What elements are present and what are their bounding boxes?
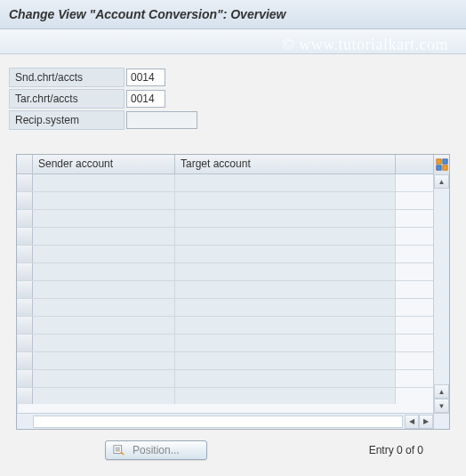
position-button-label: Position... bbox=[133, 444, 180, 456]
table-row bbox=[17, 299, 449, 317]
form-row-recip: Recip.system bbox=[9, 110, 457, 130]
cell-target[interactable] bbox=[175, 299, 396, 316]
row-selector[interactable] bbox=[17, 281, 33, 298]
cell-sender[interactable] bbox=[33, 299, 175, 316]
table-config-icon bbox=[436, 158, 448, 171]
form-area: Snd.chrt/accts Tar.chrt/accts Recip.syst… bbox=[0, 54, 466, 145]
scroll-corner bbox=[433, 413, 449, 429]
cell-sender[interactable] bbox=[33, 370, 175, 387]
cell-sender[interactable] bbox=[33, 210, 175, 227]
svg-rect-2 bbox=[436, 165, 440, 170]
row-selector[interactable] bbox=[17, 370, 33, 387]
table-row bbox=[17, 388, 449, 404]
row-selector[interactable] bbox=[17, 228, 33, 245]
row-selector[interactable] bbox=[17, 246, 33, 262]
svg-rect-1 bbox=[442, 159, 446, 164]
cell-sender[interactable] bbox=[33, 174, 175, 191]
table-row bbox=[17, 370, 449, 388]
table-row bbox=[17, 281, 449, 299]
tar-chrt-input[interactable] bbox=[126, 90, 165, 108]
row-selector-header[interactable] bbox=[17, 155, 33, 173]
row-selector[interactable] bbox=[17, 352, 33, 369]
svg-rect-3 bbox=[442, 165, 446, 170]
table-header-row: Sender account Target account bbox=[17, 155, 449, 174]
table-row bbox=[17, 352, 449, 370]
table-row bbox=[17, 246, 449, 263]
cell-target[interactable] bbox=[175, 370, 396, 387]
horizontal-scrollbar[interactable]: ◀ ▶ bbox=[17, 413, 433, 429]
col-header-sender[interactable]: Sender account bbox=[33, 155, 175, 173]
cell-target[interactable] bbox=[175, 352, 396, 369]
scroll-right-button[interactable]: ▶ bbox=[419, 415, 433, 429]
data-table: Sender account Target account ▲ ▲ ▼ ◀ ▶ bbox=[16, 154, 450, 430]
form-row-snd: Snd.chrt/accts bbox=[9, 68, 457, 87]
position-icon bbox=[113, 444, 125, 456]
snd-chrt-input[interactable] bbox=[126, 69, 165, 86]
cell-sender[interactable] bbox=[33, 317, 175, 334]
table-row bbox=[17, 192, 449, 210]
table-config-button[interactable] bbox=[433, 155, 449, 174]
cell-sender[interactable] bbox=[33, 352, 175, 369]
footer-row: Position... Entry 0 of 0 bbox=[0, 430, 466, 471]
table-row bbox=[17, 210, 449, 228]
form-row-tar: Tar.chrt/accts bbox=[9, 89, 457, 109]
table-row bbox=[17, 335, 449, 352]
scroll-down-button[interactable]: ▼ bbox=[434, 399, 449, 413]
cell-target[interactable] bbox=[175, 317, 396, 334]
row-selector[interactable] bbox=[17, 192, 33, 209]
table-row bbox=[17, 317, 449, 335]
svg-rect-0 bbox=[436, 159, 440, 164]
cell-sender[interactable] bbox=[33, 228, 175, 245]
row-selector[interactable] bbox=[17, 388, 33, 404]
table-body bbox=[17, 174, 449, 404]
cell-target[interactable] bbox=[175, 210, 396, 227]
cell-target[interactable] bbox=[175, 192, 396, 209]
row-selector[interactable] bbox=[17, 210, 33, 227]
table-row bbox=[17, 263, 449, 281]
position-button[interactable]: Position... bbox=[105, 440, 207, 460]
hscroll-track[interactable] bbox=[33, 415, 403, 428]
cell-target[interactable] bbox=[175, 281, 396, 298]
vertical-scrollbar[interactable]: ▲ ▲ ▼ bbox=[433, 174, 449, 413]
recip-system-input[interactable] bbox=[126, 111, 197, 129]
cell-sender[interactable] bbox=[33, 246, 175, 262]
cell-sender[interactable] bbox=[33, 281, 175, 298]
row-selector[interactable] bbox=[17, 317, 33, 334]
row-selector[interactable] bbox=[17, 263, 33, 280]
row-selector[interactable] bbox=[17, 174, 33, 191]
tar-chrt-label: Tar.chrt/accts bbox=[9, 89, 125, 109]
cell-target[interactable] bbox=[175, 174, 396, 191]
snd-chrt-label: Snd.chrt/accts bbox=[9, 68, 125, 87]
scroll-left-button[interactable]: ◀ bbox=[405, 415, 419, 429]
cell-target[interactable] bbox=[175, 263, 396, 280]
cell-sender[interactable] bbox=[33, 192, 175, 209]
cell-sender[interactable] bbox=[33, 263, 175, 280]
row-selector[interactable] bbox=[17, 299, 33, 316]
cell-target[interactable] bbox=[175, 388, 396, 404]
entry-count-text: Entry 0 of 0 bbox=[369, 444, 423, 456]
col-header-target[interactable]: Target account bbox=[175, 155, 396, 173]
row-selector[interactable] bbox=[17, 335, 33, 351]
table-row bbox=[17, 174, 449, 192]
cell-sender[interactable] bbox=[33, 388, 175, 404]
scroll-down-fast-button[interactable]: ▲ bbox=[434, 384, 449, 399]
cell-target[interactable] bbox=[175, 335, 396, 351]
toolbar-strip bbox=[0, 29, 466, 54]
cell-target[interactable] bbox=[175, 246, 396, 262]
cell-target[interactable] bbox=[175, 228, 396, 245]
scroll-up-button[interactable]: ▲ bbox=[434, 174, 449, 189]
table-row bbox=[17, 228, 449, 246]
recip-system-label: Recip.system bbox=[9, 110, 125, 130]
cell-sender[interactable] bbox=[33, 335, 175, 351]
window-title: Change View "Account Conversion": Overvi… bbox=[0, 0, 466, 29]
